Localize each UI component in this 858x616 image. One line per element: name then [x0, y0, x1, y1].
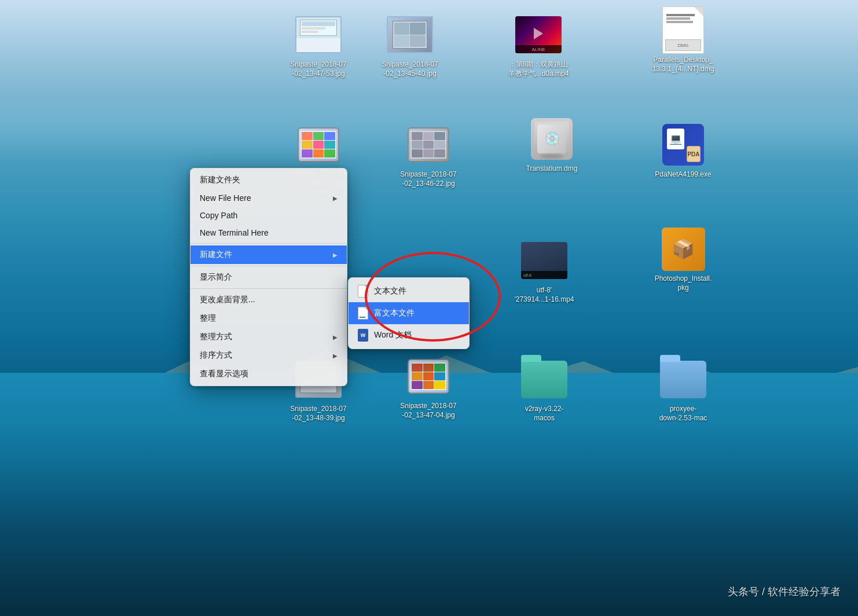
- desktop-icon-label: Photoshop_Install.pkg: [655, 274, 712, 292]
- context-menu-item-new-folder[interactable]: 新建文件夹: [190, 171, 347, 189]
- desktop-icon-label: ：第8期：双黄跳山羊教学气...d0a.mp4: [508, 60, 569, 78]
- desktop-icon-label: Snipaste_2018-07-02_13-45-40.jpg: [382, 60, 438, 78]
- context-menu-separator: [190, 266, 347, 266]
- desktop-icon-snipaste2[interactable]: Snipaste_2018-07-02_13-45-40.jpg: [375, 12, 445, 78]
- context-menu-item-show-options[interactable]: 查看显示选项: [190, 365, 347, 383]
- desktop-icon-label: PdaNetA4199.exe: [655, 170, 711, 179]
- desktop-icon-v2ray[interactable]: v2ray-v3.22-macos: [509, 356, 579, 423]
- desktop-icon-snipaste1[interactable]: Snipaste_2018-07-02_13-47-53.jpg: [284, 12, 353, 78]
- word-file-icon: W: [358, 329, 368, 342]
- context-menu-item-change-bg[interactable]: 更改桌面背景...: [190, 291, 347, 309]
- desktop-icon-translatium[interactable]: 💿 Translatium.dmg: [517, 116, 586, 174]
- desktop-icon-label: Snipaste_2018-07-02_13-46-22.jpg: [400, 170, 456, 188]
- desktop-icon-parallels[interactable]: DMG Parallels_Desktop_13.3.1_(4...NT].dm…: [648, 7, 718, 74]
- desktop-icon-photoshop[interactable]: 📦 Photoshop_Install.pkg: [648, 226, 718, 292]
- context-menu-item-sort-by[interactable]: 排序方式 ▶: [190, 346, 347, 365]
- context-menu-item-new-file[interactable]: 新建文件 ▶: [190, 245, 347, 264]
- desktop-icon-label: Snipaste_2018-07-02_13-48-39.jpg: [290, 405, 346, 423]
- context-menu-separator: [190, 243, 347, 244]
- context-menu-item-organize-by[interactable]: 整理方式 ▶: [190, 328, 347, 346]
- context-menu: 新建文件夹 New File Here ▶ Copy Path New Term…: [190, 168, 347, 386]
- submenu-arrow-icon: ▶: [333, 353, 338, 359]
- submenu-item-text-file[interactable]: 文本文件: [349, 280, 469, 302]
- context-menu-item-new-file-here[interactable]: New File Here ▶: [190, 189, 347, 207]
- text-file-icon: [358, 285, 368, 298]
- desktop-icon-snipaste6[interactable]: Snipaste_2018-07-02_13-47-04.jpg: [394, 353, 463, 420]
- desktop-icon-label: proxyee-down-2.53-mac: [659, 405, 707, 423]
- context-menu-item-new-terminal[interactable]: New Terminal Here: [190, 224, 347, 241]
- desktop-icon-label: Parallels_Desktop_13.3.1_(4...NT].dmg: [652, 56, 714, 74]
- context-menu-item-organize[interactable]: 整理: [190, 309, 347, 328]
- context-menu-separator: [190, 288, 347, 289]
- desktop-icon-video1[interactable]: ALINE ：第8期：双黄跳山羊教学气...d0a.mp4: [504, 12, 573, 78]
- desktop-icon-label: Snipaste_2018-07-02_13-47-53.jpg: [290, 60, 346, 78]
- desktop-icon-label: v2ray-v3.22-macos: [525, 405, 564, 423]
- desktop-icon-label: utf-8''273914...1-16.mp4: [514, 286, 574, 304]
- desktop-icon-utf8[interactable]: utf-8 utf-8''273914...1-16.mp4: [509, 237, 579, 304]
- desktop-icon-snipaste4[interactable]: Snipaste_2018-07-02_13-46-22.jpg: [394, 122, 463, 188]
- watermark: 头条号 / 软件经验分享者: [728, 585, 841, 599]
- submenu-item-word-file[interactable]: W Word 文档: [349, 324, 469, 346]
- desktop-icon-pdanet[interactable]: 💻 PDA PdaNetA4199.exe: [648, 122, 718, 179]
- submenu-arrow-icon: ▶: [333, 195, 338, 201]
- submenu-arrow-icon: ▶: [333, 252, 338, 258]
- context-menu-item-copy-path[interactable]: Copy Path: [190, 207, 347, 224]
- rtf-file-icon: [358, 307, 368, 320]
- submenu-new-file: 文本文件 富文本文件 W Word 文档: [348, 277, 470, 349]
- submenu-item-rtf-file[interactable]: 富文本文件: [349, 302, 469, 324]
- desktop-icon-label: Translatium.dmg: [526, 164, 578, 174]
- desktop-icon-label: Snipaste_2018-07-02_13-47-04.jpg: [400, 402, 456, 420]
- submenu-arrow-icon: ▶: [333, 334, 338, 340]
- desktop-icon-proxyee[interactable]: proxyee-down-2.53-mac: [648, 356, 718, 423]
- context-menu-item-show-info[interactable]: 显示简介: [190, 268, 347, 287]
